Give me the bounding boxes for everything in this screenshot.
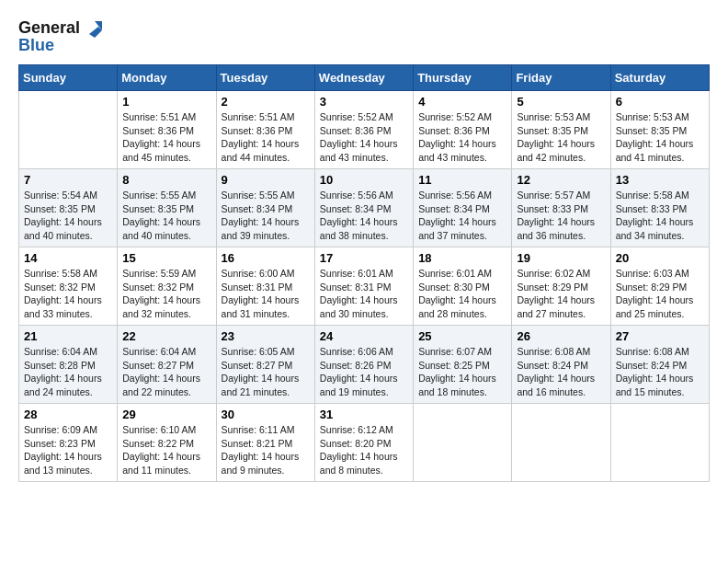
calendar-week-row: 21Sunrise: 6:04 AMSunset: 8:28 PMDayligh… xyxy=(19,326,710,404)
day-number: 25 xyxy=(418,329,506,343)
day-info: Sunrise: 6:04 AMSunset: 8:28 PMDaylight:… xyxy=(24,345,112,399)
day-info: Sunrise: 5:51 AMSunset: 8:36 PMDaylight:… xyxy=(222,110,310,165)
day-number: 16 xyxy=(222,251,310,265)
day-number: 3 xyxy=(320,95,408,109)
day-number: 5 xyxy=(517,95,605,109)
calendar-cell: 30Sunrise: 6:11 AMSunset: 8:21 PMDayligh… xyxy=(216,404,314,482)
calendar-cell: 29Sunrise: 6:10 AMSunset: 8:22 PMDayligh… xyxy=(118,404,216,482)
day-number: 27 xyxy=(616,329,704,343)
day-info: Sunrise: 6:10 AMSunset: 8:22 PMDaylight:… xyxy=(122,423,210,477)
calendar-cell: 31Sunrise: 6:12 AMSunset: 8:20 PMDayligh… xyxy=(314,404,413,482)
calendar-cell: 5Sunrise: 5:53 AMSunset: 8:35 PMDaylight… xyxy=(512,91,610,169)
calendar-cell: 20Sunrise: 6:03 AMSunset: 8:29 PMDayligh… xyxy=(610,247,709,326)
day-number: 31 xyxy=(320,408,408,421)
calendar-table: SundayMondayTuesdayWednesdayThursdayFrid… xyxy=(18,64,710,482)
calendar-week-row: 28Sunrise: 6:09 AMSunset: 8:23 PMDayligh… xyxy=(19,404,710,482)
calendar-cell: 24Sunrise: 6:06 AMSunset: 8:26 PMDayligh… xyxy=(314,326,413,404)
day-number: 2 xyxy=(222,95,310,109)
day-info: Sunrise: 5:53 AMSunset: 8:35 PMDaylight:… xyxy=(517,110,605,165)
day-info: Sunrise: 6:01 AMSunset: 8:30 PMDaylight:… xyxy=(418,267,506,321)
calendar-cell: 17Sunrise: 6:01 AMSunset: 8:31 PMDayligh… xyxy=(314,247,413,326)
day-info: Sunrise: 5:59 AMSunset: 8:32 PMDaylight:… xyxy=(122,267,210,321)
day-number: 12 xyxy=(517,173,605,187)
calendar-cell: 3Sunrise: 5:52 AMSunset: 8:36 PMDaylight… xyxy=(314,91,413,169)
day-info: Sunrise: 5:52 AMSunset: 8:36 PMDaylight:… xyxy=(418,110,506,165)
logo-blue: Blue xyxy=(18,36,102,55)
calendar-cell: 11Sunrise: 5:56 AMSunset: 8:34 PMDayligh… xyxy=(414,169,512,247)
logo-general: General xyxy=(18,18,80,38)
day-of-week-header: Friday xyxy=(512,65,610,91)
calendar-week-row: 7Sunrise: 5:54 AMSunset: 8:35 PMDaylight… xyxy=(19,169,710,247)
day-number: 26 xyxy=(517,329,605,343)
day-info: Sunrise: 6:09 AMSunset: 8:23 PMDaylight:… xyxy=(24,423,112,477)
day-number: 29 xyxy=(122,408,210,421)
day-number: 22 xyxy=(122,329,210,343)
calendar-week-row: 14Sunrise: 5:58 AMSunset: 8:32 PMDayligh… xyxy=(19,247,710,326)
day-info: Sunrise: 6:05 AMSunset: 8:27 PMDaylight:… xyxy=(222,345,310,399)
day-number: 20 xyxy=(616,251,704,265)
calendar-cell: 19Sunrise: 6:02 AMSunset: 8:29 PMDayligh… xyxy=(512,247,610,326)
day-info: Sunrise: 6:08 AMSunset: 8:24 PMDaylight:… xyxy=(517,345,605,399)
calendar-cell: 27Sunrise: 6:08 AMSunset: 8:24 PMDayligh… xyxy=(610,326,709,404)
day-number: 24 xyxy=(320,329,408,343)
day-info: Sunrise: 6:11 AMSunset: 8:21 PMDaylight:… xyxy=(222,423,310,477)
day-number: 7 xyxy=(24,173,112,187)
calendar-cell xyxy=(610,404,709,482)
calendar-cell: 23Sunrise: 6:05 AMSunset: 8:27 PMDayligh… xyxy=(216,326,314,404)
day-info: Sunrise: 5:58 AMSunset: 8:33 PMDaylight:… xyxy=(616,189,704,243)
day-number: 8 xyxy=(122,173,210,187)
day-number: 21 xyxy=(24,329,112,343)
day-number: 15 xyxy=(122,251,210,265)
calendar-cell: 16Sunrise: 6:00 AMSunset: 8:31 PMDayligh… xyxy=(216,247,314,326)
day-of-week-header: Tuesday xyxy=(216,65,314,91)
day-info: Sunrise: 5:53 AMSunset: 8:35 PMDaylight:… xyxy=(616,110,704,165)
day-number: 4 xyxy=(418,95,506,109)
day-number: 10 xyxy=(320,173,408,187)
day-info: Sunrise: 5:56 AMSunset: 8:34 PMDaylight:… xyxy=(418,189,506,243)
calendar-cell: 28Sunrise: 6:09 AMSunset: 8:23 PMDayligh… xyxy=(19,404,118,482)
day-info: Sunrise: 6:08 AMSunset: 8:24 PMDaylight:… xyxy=(616,345,704,399)
day-info: Sunrise: 6:02 AMSunset: 8:29 PMDaylight:… xyxy=(517,267,605,321)
day-of-week-header: Monday xyxy=(118,65,216,91)
calendar-week-row: 1Sunrise: 5:51 AMSunset: 8:36 PMDaylight… xyxy=(19,91,710,169)
day-info: Sunrise: 5:52 AMSunset: 8:36 PMDaylight:… xyxy=(320,110,408,165)
day-info: Sunrise: 5:57 AMSunset: 8:33 PMDaylight:… xyxy=(517,189,605,243)
day-number: 1 xyxy=(122,95,210,109)
logo-icon xyxy=(82,17,102,38)
calendar-cell xyxy=(512,404,610,482)
day-number: 11 xyxy=(418,173,506,187)
calendar-cell: 25Sunrise: 6:07 AMSunset: 8:25 PMDayligh… xyxy=(414,326,512,404)
day-info: Sunrise: 6:06 AMSunset: 8:26 PMDaylight:… xyxy=(320,345,408,399)
calendar-cell: 1Sunrise: 5:51 AMSunset: 8:36 PMDaylight… xyxy=(118,91,216,169)
day-info: Sunrise: 6:04 AMSunset: 8:27 PMDaylight:… xyxy=(122,345,210,399)
day-info: Sunrise: 5:55 AMSunset: 8:35 PMDaylight:… xyxy=(122,189,210,243)
day-number: 17 xyxy=(320,251,408,265)
day-info: Sunrise: 6:00 AMSunset: 8:31 PMDaylight:… xyxy=(222,267,310,321)
day-of-week-header: Thursday xyxy=(414,65,512,91)
calendar-cell: 15Sunrise: 5:59 AMSunset: 8:32 PMDayligh… xyxy=(118,247,216,326)
calendar-cell: 13Sunrise: 5:58 AMSunset: 8:33 PMDayligh… xyxy=(610,169,709,247)
day-number: 14 xyxy=(24,251,112,265)
calendar-cell: 6Sunrise: 5:53 AMSunset: 8:35 PMDaylight… xyxy=(610,91,709,169)
calendar-cell: 2Sunrise: 5:51 AMSunset: 8:36 PMDaylight… xyxy=(216,91,314,169)
calendar-cell: 12Sunrise: 5:57 AMSunset: 8:33 PMDayligh… xyxy=(512,169,610,247)
day-info: Sunrise: 5:54 AMSunset: 8:35 PMDaylight:… xyxy=(24,189,112,243)
calendar-cell xyxy=(414,404,512,482)
day-info: Sunrise: 6:03 AMSunset: 8:29 PMDaylight:… xyxy=(616,267,704,321)
day-number: 18 xyxy=(418,251,506,265)
day-number: 19 xyxy=(517,251,605,265)
calendar-cell: 22Sunrise: 6:04 AMSunset: 8:27 PMDayligh… xyxy=(118,326,216,404)
day-number: 6 xyxy=(616,95,704,109)
day-info: Sunrise: 6:01 AMSunset: 8:31 PMDaylight:… xyxy=(320,267,408,321)
day-of-week-header: Wednesday xyxy=(314,65,413,91)
calendar-cell: 8Sunrise: 5:55 AMSunset: 8:35 PMDaylight… xyxy=(118,169,216,247)
calendar-header-row: SundayMondayTuesdayWednesdayThursdayFrid… xyxy=(19,65,710,91)
day-info: Sunrise: 5:55 AMSunset: 8:34 PMDaylight:… xyxy=(222,189,310,243)
page-header: General Blue xyxy=(18,18,710,55)
day-number: 13 xyxy=(616,173,704,187)
day-of-week-header: Sunday xyxy=(19,65,118,91)
calendar-cell: 21Sunrise: 6:04 AMSunset: 8:28 PMDayligh… xyxy=(19,326,118,404)
day-number: 23 xyxy=(222,329,310,343)
day-info: Sunrise: 5:56 AMSunset: 8:34 PMDaylight:… xyxy=(320,189,408,243)
day-number: 9 xyxy=(222,173,310,187)
